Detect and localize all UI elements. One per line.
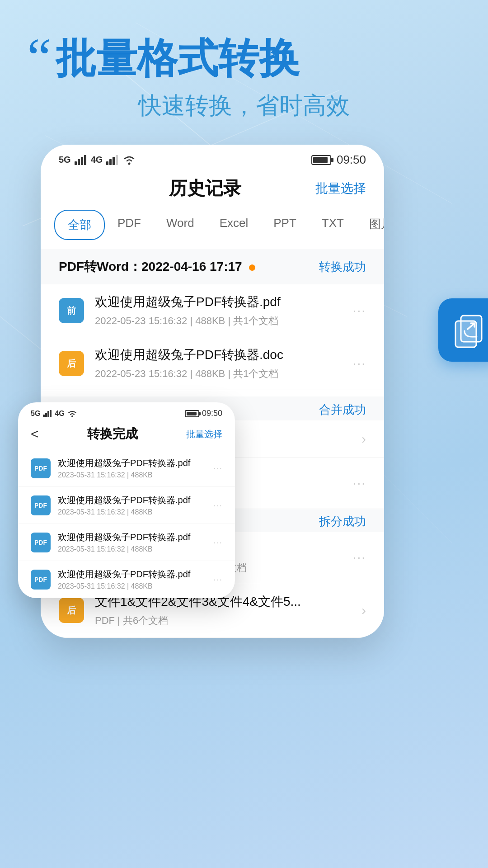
filter-tabs: 全部 PDF Word Excel PPT TXT 图片 <box>41 210 384 249</box>
svg-rect-11 <box>109 159 112 165</box>
section1-header: PDF转Word：2022-04-16 17:17 转换成功 <box>41 249 384 284</box>
small-file2-name: 欢迎使用超级兔子PDF转换器.pdf <box>58 494 213 506</box>
small-pdf-badge-4: PDF <box>31 570 51 590</box>
tab-word[interactable]: Word <box>154 210 207 240</box>
chevron-right-icon: › <box>361 431 366 447</box>
small-nav-title: 转换完成 <box>87 425 138 443</box>
file-item-before[interactable]: 前 欢迎使用超级兔子PDF转换器.pdf 2022-05-23 15:16:32… <box>41 284 384 337</box>
small-time: 09:50 <box>202 409 222 418</box>
signal-4g: 4G <box>91 155 103 165</box>
small-file3-name: 欢迎使用超级兔子PDF转换器.pdf <box>58 531 213 543</box>
small-file2-meta: 2023-05-31 15:16:32 | 488KB <box>58 508 213 516</box>
file1-meta: 2022-05-23 15:16:32 | 488KB | 共1个文档 <box>95 314 353 328</box>
file-item-after[interactable]: 后 欢迎使用超级兔子PDF转换器.doc 2022-05-23 15:16:32… <box>41 337 384 390</box>
svg-rect-19 <box>47 411 49 417</box>
svg-rect-9 <box>84 155 86 165</box>
bottom-file-info: 文件1&文件2&文件3&文件4&文件5... PDF | 共6个文档 <box>95 593 361 627</box>
signal-bars-4g <box>106 155 119 165</box>
small-file2-info: 欢迎使用超级兔子PDF转换器.pdf 2023-05-31 15:16:32 |… <box>58 494 213 516</box>
tab-ppt[interactable]: PPT <box>261 210 309 240</box>
split-success-label: 拆分成功 <box>319 514 366 529</box>
status-left: 5G 4G <box>59 155 136 165</box>
file2-name: 欢迎使用超级兔子PDF转换器.doc <box>95 346 353 363</box>
small-file1-info: 欢迎使用超级兔子PDF转换器.pdf 2023-05-31 15:16:32 |… <box>58 457 213 479</box>
merge-success-label: 合并成功 <box>319 402 366 418</box>
small-5g: 5G <box>31 410 40 418</box>
share-button[interactable] <box>438 298 488 362</box>
badge-before: 前 <box>59 298 84 323</box>
tab-excel[interactable]: Excel <box>207 210 261 240</box>
file1-menu[interactable]: ··· <box>353 303 366 318</box>
file1-name: 欢迎使用超级兔子PDF转换器.pdf <box>95 293 353 311</box>
svg-rect-10 <box>106 161 108 165</box>
status-right: 09:50 <box>311 153 366 167</box>
small-file3-meta: 2023-05-31 15:16:32 | 488KB <box>58 545 213 553</box>
svg-rect-13 <box>116 155 118 165</box>
small-nav-bar: < 转换完成 批量选择 <box>18 422 235 450</box>
small-file-item-1[interactable]: PDF 欢迎使用超级兔子PDF转换器.pdf 2023-05-31 15:16:… <box>18 450 235 487</box>
small-file1-name: 欢迎使用超级兔子PDF转换器.pdf <box>58 457 213 469</box>
tab-image[interactable]: 图片 <box>357 210 384 240</box>
bottom-badge: 后 <box>59 598 84 623</box>
small-file4-meta: 2023-05-31 15:16:32 | 488KB <box>58 582 213 590</box>
file2-meta: 2022-05-23 15:16:32 | 488KB | 共1个文档 <box>95 367 353 381</box>
small-back-button[interactable]: < <box>31 426 39 442</box>
small-wifi <box>67 410 77 417</box>
small-file2-menu[interactable]: ··· <box>213 500 222 510</box>
small-pdf-badge-3: PDF <box>31 533 51 552</box>
small-bulk-select[interactable]: 批量选择 <box>186 428 222 440</box>
signal-bars <box>75 155 87 165</box>
bottom-chevron-icon: › <box>361 603 366 618</box>
small-signal <box>43 410 52 417</box>
share-icon <box>452 312 488 348</box>
small-battery <box>185 410 199 417</box>
svg-rect-18 <box>45 413 47 417</box>
small-phone-mockup: 5G 4G 09:50 < 转换完成 批量选择 <box>18 402 235 598</box>
header-section: “ 批量格式转换 快速转换，省时高效 <box>0 0 488 140</box>
tab-all[interactable]: 全部 <box>54 210 105 240</box>
small-file4-info: 欢迎使用超级兔子PDF转换器.pdf 2023-05-31 15:16:32 |… <box>58 568 213 590</box>
unread-dot <box>249 264 255 271</box>
signal-5g: 5G <box>59 155 71 165</box>
small-file-item-3[interactable]: PDF 欢迎使用超级兔子PDF转换器.pdf 2023-05-31 15:16:… <box>18 524 235 561</box>
small-file3-menu[interactable]: ··· <box>213 537 222 547</box>
svg-rect-16 <box>461 316 482 342</box>
svg-rect-6 <box>75 161 77 165</box>
svg-rect-12 <box>113 157 115 165</box>
small-file4-menu[interactable]: ··· <box>213 574 222 585</box>
battery-icon <box>311 155 331 165</box>
tab-txt[interactable]: TXT <box>309 210 357 240</box>
small-status-left: 5G 4G <box>31 410 77 418</box>
badge-after: 后 <box>59 351 84 376</box>
svg-point-21 <box>71 415 73 417</box>
main-status-bar: 5G 4G <box>41 145 384 171</box>
file2-info: 欢迎使用超级兔子PDF转换器.doc 2022-05-23 15:16:32 |… <box>95 346 353 381</box>
tab-pdf[interactable]: PDF <box>105 210 154 240</box>
main-title: 批量格式转换 <box>56 36 300 81</box>
small-file4-name: 欢迎使用超级兔子PDF转换器.pdf <box>58 568 213 580</box>
small-status-bar: 5G 4G 09:50 <box>18 402 235 422</box>
svg-rect-17 <box>43 415 45 417</box>
section1-status: 转换成功 <box>319 259 366 275</box>
small-file3-info: 欢迎使用超级兔子PDF转换器.pdf 2023-05-31 15:16:32 |… <box>58 531 213 553</box>
section1-title: PDF转Word：2022-04-16 17:17 <box>59 258 255 275</box>
time-display: 09:50 <box>337 153 366 167</box>
main-nav-bar: 历史记录 批量选择 <box>41 171 384 210</box>
bottom-file-meta: PDF | 共6个文档 <box>95 614 361 627</box>
small-pdf-badge-2: PDF <box>31 495 51 515</box>
split-file1-menu[interactable]: ··· <box>353 476 366 491</box>
quote-mark: “ <box>27 36 51 80</box>
split-file2-menu[interactable]: ··· <box>353 550 366 565</box>
small-file-item-2[interactable]: PDF 欢迎使用超级兔子PDF转换器.pdf 2023-05-31 15:16:… <box>18 487 235 524</box>
small-file1-menu[interactable]: ··· <box>213 463 222 473</box>
small-status-right: 09:50 <box>185 409 222 418</box>
bulk-select-button[interactable]: 批量选择 <box>315 180 366 197</box>
file1-info: 欢迎使用超级兔子PDF转换器.pdf 2022-05-23 15:16:32 |… <box>95 293 353 328</box>
nav-title: 历史记录 <box>169 176 241 201</box>
file2-menu[interactable]: ··· <box>353 356 366 371</box>
svg-rect-8 <box>81 157 83 165</box>
sub-title: 快速转换，省时高效 <box>27 90 461 122</box>
small-pdf-badge-1: PDF <box>31 458 51 478</box>
svg-rect-7 <box>78 159 80 165</box>
small-file-item-4[interactable]: PDF 欢迎使用超级兔子PDF转换器.pdf 2023-05-31 15:16:… <box>18 561 235 598</box>
